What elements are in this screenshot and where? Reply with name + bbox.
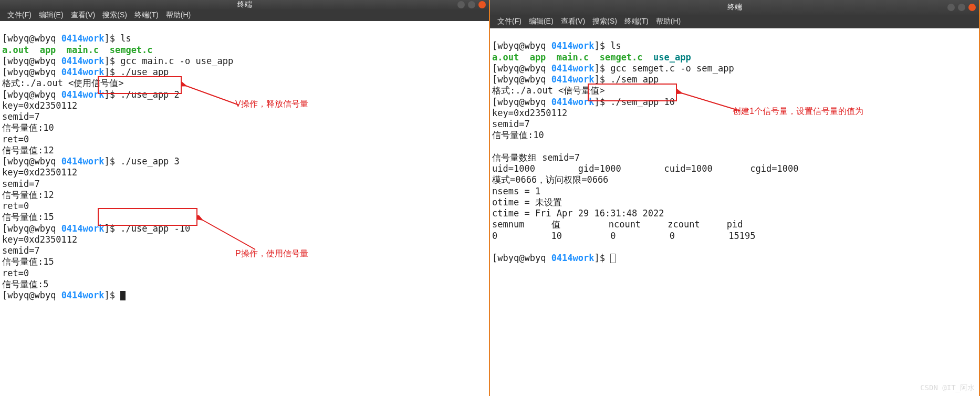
output-line: 信号量值:15 bbox=[2, 256, 54, 267]
output-line: 格式:./a.out <信号量值> bbox=[492, 85, 605, 96]
output-line: ret=0 bbox=[2, 134, 29, 144]
annotation-label-p: P操作，使用信号量 bbox=[235, 248, 308, 259]
output-line: 信号量数组 semid=7 bbox=[492, 152, 580, 163]
output-line: [wbyq@wbyq 0414work]$ ./use_app bbox=[2, 67, 169, 77]
output-line: key=0xd2350112 bbox=[492, 108, 567, 118]
left-title-text: 终端 bbox=[237, 0, 252, 9]
left-terminal-body[interactable]: [wbyq@wbyq 0414work]$ ls a.out app main.… bbox=[0, 21, 489, 396]
output-line: [wbyq@wbyq 0414work]$ ./sem_app bbox=[492, 74, 659, 85]
left-window-controls bbox=[457, 1, 486, 8]
output-line: semid=7 bbox=[492, 119, 530, 129]
output-line: semid=7 bbox=[2, 245, 40, 256]
output-line: 信号量值:15 bbox=[2, 212, 54, 222]
maximize-button[interactable] bbox=[958, 4, 965, 11]
left-terminal-window: 终端 文件(F) 编辑(E) 查看(V) 搜索(S) 终端(T) 帮助(H) [… bbox=[0, 0, 490, 396]
output-line: key=0xd2350112 bbox=[2, 234, 77, 245]
menu-search[interactable]: 搜索(S) bbox=[589, 16, 620, 27]
output-line: 信号量值:12 bbox=[2, 145, 54, 155]
output-line: 信号量值:10 bbox=[492, 130, 544, 140]
menu-terminal[interactable]: 终端(T) bbox=[621, 16, 652, 27]
ls-output: a.out app main.c semget.c use_app bbox=[492, 52, 691, 62]
right-terminal-window: 终端 文件(F) 编辑(E) 查看(V) 搜索(S) 终端(T) 帮助(H) [… bbox=[490, 0, 980, 396]
output-line: ctime = Fri Apr 29 16:31:48 2022 bbox=[492, 208, 664, 218]
cursor-icon bbox=[120, 291, 126, 300]
output-line: key=0xd2350112 bbox=[2, 100, 77, 111]
right-terminal-body[interactable]: [wbyq@wbyq 0414work]$ ls a.out app main.… bbox=[490, 28, 979, 396]
menu-terminal[interactable]: 终端(T) bbox=[131, 9, 162, 21]
output-line: semid=7 bbox=[2, 111, 40, 122]
output-line: [wbyq@wbyq 0414work]$ ./use_app -10 bbox=[2, 223, 190, 234]
menu-help[interactable]: 帮助(H) bbox=[163, 9, 194, 21]
annotation-label-create: 创建1个信号量，设置信号量的值为 bbox=[733, 106, 863, 117]
menu-help[interactable]: 帮助(H) bbox=[653, 16, 684, 27]
svg-line-1 bbox=[202, 220, 255, 249]
output-line: [wbyq@wbyq 0414work]$ ./sem_app 10 bbox=[492, 97, 675, 107]
left-menubar: 文件(F) 编辑(E) 查看(V) 搜索(S) 终端(T) 帮助(H) bbox=[0, 9, 489, 21]
watermark-text: CSDN @IT_阿水 bbox=[920, 383, 975, 393]
ls-output: a.out app main.c semget.c bbox=[2, 45, 153, 55]
menu-edit[interactable]: 编辑(E) bbox=[36, 9, 67, 21]
output-line: [wbyq@wbyq 0414work]$ gcc main.c -o use_… bbox=[2, 56, 233, 66]
cursor-icon bbox=[610, 254, 616, 263]
right-titlebar[interactable]: 终端 bbox=[490, 0, 979, 15]
output-line: [wbyq@wbyq 0414work]$ ls bbox=[2, 33, 131, 44]
output-line: nsems = 1 bbox=[492, 186, 540, 196]
output-line: [wbyq@wbyq 0414work]$ ls bbox=[492, 40, 621, 51]
output-line: 信号量值:12 bbox=[2, 190, 54, 200]
output-line: semnum 值 ncount zcount pid bbox=[492, 219, 743, 230]
output-line: semid=7 bbox=[2, 179, 40, 189]
output-line: 格式:./a.out <使用信号值> bbox=[2, 78, 124, 88]
output-line: [wbyq@wbyq 0414work]$ ./use_app 2 bbox=[2, 89, 180, 100]
right-title-text: 终端 bbox=[727, 3, 742, 12]
close-button[interactable] bbox=[478, 1, 486, 8]
prompt-line: [wbyq@wbyq 0414work]$ bbox=[492, 253, 616, 263]
right-menubar: 文件(F) 编辑(E) 查看(V) 搜索(S) 终端(T) 帮助(H) bbox=[490, 15, 979, 28]
output-line: 0 10 0 0 15195 bbox=[492, 231, 756, 241]
output-line: 信号量值:10 bbox=[2, 122, 54, 133]
output-line: [wbyq@wbyq 0414work]$ gcc semget.c -o se… bbox=[492, 63, 734, 74]
right-window-controls bbox=[947, 4, 976, 11]
svg-line-0 bbox=[185, 86, 239, 105]
menu-view[interactable]: 查看(V) bbox=[68, 9, 99, 21]
maximize-button[interactable] bbox=[468, 1, 475, 8]
annotation-label-v: V操作，释放信号量 bbox=[235, 99, 308, 109]
menu-file[interactable]: 文件(F) bbox=[494, 16, 525, 27]
minimize-button[interactable] bbox=[457, 1, 465, 8]
annotation-arrow-v bbox=[181, 81, 244, 113]
menu-search[interactable]: 搜索(S) bbox=[99, 9, 130, 21]
menu-file[interactable]: 文件(F) bbox=[4, 9, 35, 21]
prompt-line: [wbyq@wbyq 0414work]$ bbox=[2, 290, 126, 300]
menu-view[interactable]: 查看(V) bbox=[558, 16, 589, 27]
output-line: 信号量值:5 bbox=[2, 279, 48, 289]
output-line: [wbyq@wbyq 0414work]$ ./use_app 3 bbox=[2, 156, 180, 166]
output-line: key=0xd2350112 bbox=[2, 167, 77, 178]
output-line: otime = 未设置 bbox=[492, 197, 562, 207]
output-line: ret=0 bbox=[2, 201, 29, 211]
output-line: uid=1000 gid=1000 cuid=1000 cgid=1000 bbox=[492, 163, 798, 174]
output-line: 模式=0666，访问权限=0666 bbox=[492, 174, 608, 185]
menu-edit[interactable]: 编辑(E) bbox=[526, 16, 557, 27]
close-button[interactable] bbox=[968, 4, 976, 11]
output-line: ret=0 bbox=[2, 268, 29, 278]
minimize-button[interactable] bbox=[947, 4, 955, 11]
svg-line-2 bbox=[681, 93, 740, 111]
left-titlebar[interactable]: 终端 bbox=[0, 0, 489, 9]
